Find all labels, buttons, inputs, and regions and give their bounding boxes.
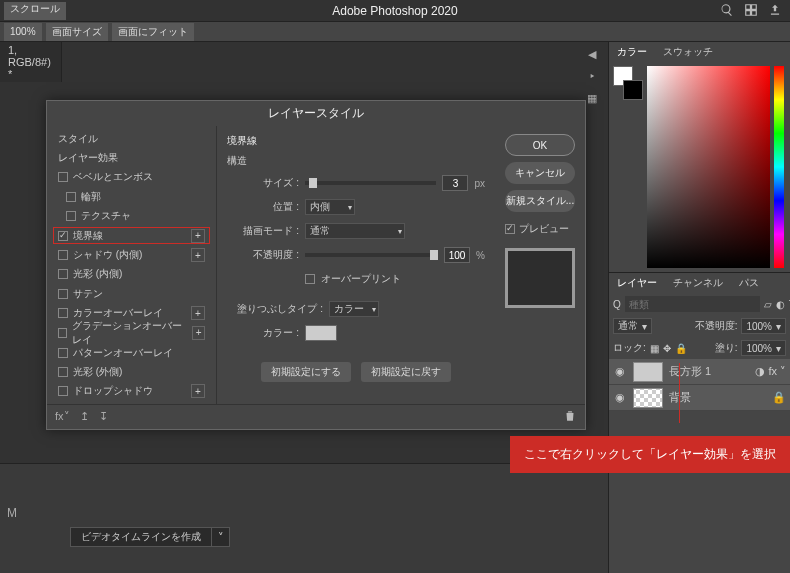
- timeline-mode[interactable]: M: [7, 506, 17, 520]
- cancel-button[interactable]: キャンセル: [505, 162, 575, 184]
- structure-label: 構造: [227, 154, 485, 168]
- down-icon[interactable]: ↧: [99, 410, 108, 423]
- fx-menu[interactable]: fx˅: [55, 410, 70, 423]
- fill-value[interactable]: 100%▾: [741, 340, 786, 356]
- fit-image-button[interactable]: 画面にフィット: [112, 23, 194, 41]
- visibility-icon[interactable]: ◉: [613, 391, 627, 404]
- create-timeline-button[interactable]: ビデオタイムラインを作成: [70, 527, 212, 547]
- overprint-checkbox[interactable]: [305, 274, 315, 284]
- filter-icon[interactable]: ◐: [776, 299, 785, 310]
- effect-stroke[interactable]: 境界線+: [53, 227, 210, 244]
- checkbox[interactable]: [66, 192, 76, 202]
- opacity-input[interactable]: [444, 247, 470, 263]
- fill-type-select[interactable]: カラー: [329, 301, 379, 317]
- blend-label: 描画モード :: [227, 224, 299, 238]
- up-icon[interactable]: ↥: [80, 410, 89, 423]
- overprint-label: オーバープリント: [321, 272, 401, 286]
- chevron-left-icon[interactable]: ◀: [584, 46, 600, 62]
- opacity-value[interactable]: 100%▾: [741, 318, 786, 334]
- filter-icon[interactable]: ▱: [764, 299, 772, 310]
- effect-texture[interactable]: テクスチャ: [53, 208, 210, 225]
- background-swatch[interactable]: [623, 80, 643, 100]
- search-icon[interactable]: [720, 3, 734, 19]
- effect-drop-shadow[interactable]: ドロップシャドウ+: [53, 383, 210, 400]
- add-instance-button[interactable]: +: [191, 306, 205, 320]
- effect-contour[interactable]: 輪郭: [53, 188, 210, 205]
- stroke-title: 境界線: [227, 134, 485, 148]
- timeline-dropdown[interactable]: ˅: [212, 527, 230, 547]
- tab-channels[interactable]: チャンネル: [665, 273, 731, 293]
- share-icon[interactable]: [768, 3, 782, 19]
- effect-gradient-overlay[interactable]: グラデーションオーバーレイ+: [53, 324, 210, 342]
- styles-header[interactable]: スタイル: [53, 130, 210, 147]
- lock-pixels-icon[interactable]: ▦: [650, 343, 659, 354]
- stroke-color-swatch[interactable]: [305, 325, 337, 341]
- reset-default-button[interactable]: 初期設定に戻す: [361, 362, 451, 382]
- lock-position-icon[interactable]: ✥: [663, 343, 671, 354]
- tab-layers[interactable]: レイヤー: [609, 273, 665, 293]
- document-tab[interactable]: 1, RGB/8#) *: [0, 42, 62, 82]
- tab-swatch[interactable]: スウォッチ: [655, 42, 721, 62]
- add-instance-button[interactable]: +: [191, 248, 205, 262]
- add-instance-button[interactable]: +: [192, 326, 205, 340]
- preview-checkbox[interactable]: [505, 224, 515, 234]
- layer-row-background[interactable]: ◉ 背景 🔒: [609, 385, 790, 411]
- size-unit: px: [474, 178, 485, 189]
- blend-mode-select[interactable]: 通常▾: [613, 318, 652, 334]
- trash-icon[interactable]: [563, 409, 577, 425]
- effect-inner-shadow[interactable]: シャドウ (内側)+: [53, 246, 210, 263]
- layer-row-rectangle[interactable]: ◉ 長方形 1 ◑ fx ˅: [609, 359, 790, 385]
- effect-satin[interactable]: サテン: [53, 285, 210, 302]
- saturation-box[interactable]: [647, 66, 770, 268]
- new-style-button[interactable]: 新規スタイル...: [505, 190, 575, 212]
- checkbox[interactable]: [58, 231, 68, 241]
- checkbox[interactable]: [58, 348, 68, 358]
- add-instance-button[interactable]: +: [191, 229, 205, 243]
- fx-badge[interactable]: ◑ fx ˅: [755, 365, 786, 378]
- title-bar: スクロール Adobe Photoshop 2020: [0, 0, 790, 22]
- hue-slider[interactable]: [774, 66, 784, 268]
- layer-filter-input[interactable]: [625, 296, 760, 312]
- stroke-settings: 境界線 構造 サイズ : px 位置 : 内側 描画モード : 通常 不透明度 …: [217, 126, 495, 404]
- effect-pattern-overlay[interactable]: パターンオーバーレイ: [53, 344, 210, 361]
- checkbox[interactable]: [58, 386, 68, 396]
- size-input[interactable]: [442, 175, 468, 191]
- swatch-icon[interactable]: ▦: [584, 90, 600, 106]
- opacity-unit: %: [476, 250, 485, 261]
- color-picker[interactable]: [609, 62, 790, 272]
- tab-paths[interactable]: パス: [731, 273, 767, 293]
- layer-thumb: [633, 362, 663, 382]
- zoom-value[interactable]: 100%: [4, 23, 42, 41]
- checkbox[interactable]: [58, 289, 68, 299]
- layer-name[interactable]: 長方形 1: [669, 364, 749, 379]
- layer-name[interactable]: 背景: [669, 390, 766, 405]
- checkbox[interactable]: [58, 367, 68, 377]
- effect-bevel[interactable]: ベベルとエンボス: [53, 169, 210, 186]
- position-select[interactable]: 内側: [305, 199, 355, 215]
- checkbox[interactable]: [58, 269, 68, 279]
- checkbox[interactable]: [58, 250, 68, 260]
- timeline-panel: M ビデオタイムラインを作成 ˅: [0, 463, 608, 573]
- add-instance-button[interactable]: +: [191, 384, 205, 398]
- blending-options[interactable]: レイヤー効果: [53, 149, 210, 166]
- checkbox[interactable]: [66, 211, 76, 221]
- blend-mode-select[interactable]: 通常: [305, 223, 405, 239]
- effect-inner-glow[interactable]: 光彩 (内側): [53, 266, 210, 283]
- fill-type-label: 塗りつぶしタイプ :: [227, 302, 323, 316]
- checkbox[interactable]: [58, 308, 68, 318]
- chevron-right-icon[interactable]: ‣: [584, 68, 600, 84]
- checkbox[interactable]: [58, 172, 68, 182]
- opacity-slider[interactable]: [305, 253, 438, 257]
- tab-color[interactable]: カラー: [609, 42, 655, 62]
- lock-all-icon[interactable]: 🔒: [675, 343, 687, 354]
- effect-outer-glow[interactable]: 光彩 (外側): [53, 363, 210, 380]
- make-default-button[interactable]: 初期設定にする: [261, 362, 351, 382]
- dialog-buttons: OK キャンセル 新規スタイル... プレビュー: [495, 126, 585, 404]
- size-slider[interactable]: [305, 181, 436, 185]
- lock-icon: 🔒: [772, 391, 786, 404]
- ok-button[interactable]: OK: [505, 134, 575, 156]
- fit-screen-button[interactable]: 画面サイズ: [46, 23, 108, 41]
- visibility-icon[interactable]: ◉: [613, 365, 627, 378]
- workspace-icon[interactable]: [744, 3, 758, 19]
- checkbox[interactable]: [58, 328, 67, 338]
